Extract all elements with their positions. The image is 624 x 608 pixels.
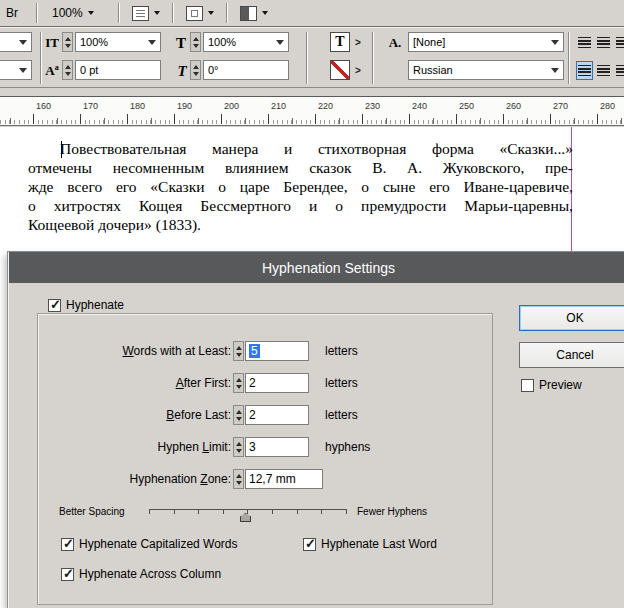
character-style-value: [None] — [413, 36, 445, 48]
preview-option[interactable]: Preview — [521, 378, 582, 392]
before-last-value: 2 — [249, 408, 256, 422]
panel-separator — [40, 32, 42, 84]
zoom-value: 100% — [52, 6, 83, 20]
view-options-icon — [132, 6, 149, 21]
hyphenate-last-word-label: Hyphenate Last Word — [321, 537, 437, 551]
stroke-menu-arrow[interactable]: > — [355, 65, 361, 76]
words-with-at-least-stepper[interactable] — [233, 341, 244, 361]
dropdown-arrow-icon — [208, 11, 214, 15]
after-first-stepper[interactable] — [233, 373, 244, 393]
language-dropdown[interactable]: Russian — [408, 60, 564, 80]
hyphenation-zone-label: Hyphenation Zone: — [39, 472, 231, 487]
words-with-at-least-label: Words with at Least: — [39, 344, 231, 359]
baseline-shift-input[interactable]: 0 pt — [75, 60, 161, 80]
horizontal-scale-stepper[interactable] — [190, 32, 201, 52]
hyphenation-slider-track[interactable] — [149, 509, 347, 515]
chevron-down-icon — [551, 40, 559, 45]
align-center-button[interactable] — [595, 33, 612, 52]
after-first-unit: letters — [325, 376, 358, 391]
hyphenate-capitalized-words-checkbox[interactable] — [61, 538, 74, 551]
horizontal-scale-value: 100% — [208, 36, 236, 48]
ruler-tick-label: 170 — [83, 101, 98, 111]
document-line: жде всего его «Сказки о царе Берендее, о… — [28, 177, 573, 196]
selected-text: 5 — [249, 344, 260, 358]
page-layout-button[interactable] — [186, 0, 214, 26]
toolbar-separator — [226, 3, 228, 23]
ruler-tick-label: 190 — [177, 101, 192, 111]
before-last-input[interactable]: 2 — [245, 405, 309, 425]
hyphenate-last-word-option[interactable]: Hyphenate Last Word — [303, 537, 437, 551]
dialog-titlebar[interactable]: Hyphenation Settings — [9, 252, 624, 283]
hyphenation-zone-stepper[interactable] — [233, 469, 244, 489]
font-style-dropdown[interactable]: s — [0, 32, 32, 52]
toolbar-separator — [172, 3, 174, 23]
justify-right-button[interactable] — [614, 61, 624, 80]
vertical-scale-value: 100% — [80, 36, 108, 48]
page-layout-icon — [186, 6, 203, 21]
fill-menu-arrow[interactable]: > — [355, 37, 361, 48]
chevron-down-icon — [276, 40, 284, 45]
hyphenate-capitalized-words-option[interactable]: Hyphenate Capitalized Words — [61, 537, 238, 551]
panel-separator — [372, 32, 374, 84]
stroke-none-button[interactable] — [330, 60, 350, 80]
hyphenate-checkbox[interactable] — [48, 299, 61, 312]
hyphenate-across-column-option[interactable]: Hyphenate Across Column — [61, 567, 221, 581]
view-options-button[interactable] — [132, 0, 160, 26]
ruler-major-ticks — [0, 114, 624, 124]
ruler-tick-label: 250 — [459, 101, 474, 111]
align-right-button[interactable] — [614, 33, 624, 52]
baseline-shift-icon: Aa — [44, 63, 60, 79]
hyphenate-option[interactable]: Hyphenate — [43, 298, 129, 312]
top-toolbar: Br 100% — [0, 0, 624, 26]
ruler-tick-label: 270 — [553, 101, 568, 111]
horizontal-scale-dropdown[interactable]: 100% — [203, 32, 289, 52]
words-with-at-least-input[interactable]: 5 — [245, 341, 309, 361]
control-panel: s IT 100% T 100% T > A. [None] Aa 0 pt T… — [0, 26, 624, 88]
hyphen-limit-input[interactable]: 3 — [245, 437, 309, 457]
cancel-button-label: Cancel — [556, 348, 593, 362]
hyphenation-zone-value: 12,7 mm — [249, 472, 296, 486]
ruler-tick-label: 180 — [130, 101, 145, 111]
fewer-hyphens-label: Fewer Hyphens — [357, 506, 427, 518]
character-style-dropdown[interactable]: [None] — [408, 32, 564, 52]
zoom-level-dropdown[interactable]: 100% — [52, 0, 94, 26]
dropdown-arrow-icon — [154, 11, 160, 15]
baseline-shift-stepper[interactable] — [62, 60, 73, 80]
cancel-button[interactable]: Cancel — [519, 342, 624, 368]
after-first-input[interactable]: 2 — [245, 373, 309, 393]
justify-left-button[interactable] — [576, 61, 593, 80]
ok-button[interactable]: OK — [519, 305, 624, 331]
hyphenate-last-word-checkbox[interactable] — [303, 538, 316, 551]
align-left-button[interactable] — [576, 33, 593, 52]
words-with-at-least-unit: letters — [325, 344, 358, 359]
preview-checkbox[interactable] — [521, 379, 534, 392]
hyphenation-zone-input[interactable]: 12,7 mm — [245, 469, 323, 489]
font-size-dropdown[interactable] — [0, 60, 32, 80]
skew-input[interactable]: 0° — [203, 60, 289, 80]
justify-center-button[interactable] — [595, 61, 612, 80]
vertical-scale-icon: IT — [44, 35, 60, 51]
language-value: Russian — [413, 64, 453, 76]
skew-value: 0° — [208, 64, 219, 76]
vertical-scale-dropdown[interactable]: 100% — [75, 32, 161, 52]
chevron-down-icon — [551, 68, 559, 73]
text-fill-button[interactable]: T — [330, 32, 350, 52]
skew-stepper[interactable] — [190, 60, 201, 80]
hyphenate-across-column-checkbox[interactable] — [61, 568, 74, 581]
before-last-label: Before Last: — [39, 408, 231, 423]
vertical-scale-stepper[interactable] — [62, 32, 73, 52]
dropdown-arrow-icon — [88, 11, 94, 15]
ok-button-label: OK — [566, 311, 583, 325]
hyphen-limit-value: 3 — [249, 440, 256, 454]
before-last-stepper[interactable] — [233, 405, 244, 425]
hyphenate-label: Hyphenate — [66, 298, 124, 312]
chevron-down-icon — [19, 40, 27, 45]
justify-left-icon — [578, 65, 591, 76]
screen-mode-button[interactable] — [240, 0, 268, 26]
horizontal-ruler[interactable]: 160 170 180 190 200 210 220 230 240 250 … — [0, 96, 624, 126]
hyphen-limit-stepper[interactable] — [233, 437, 244, 457]
document-line: Повествовательная манера и стихотворная … — [28, 139, 573, 158]
text-frame: Повествовательная манера и стихотворная … — [28, 139, 573, 234]
bridge-button[interactable]: Br — [6, 0, 18, 26]
align-right-icon — [616, 37, 624, 48]
